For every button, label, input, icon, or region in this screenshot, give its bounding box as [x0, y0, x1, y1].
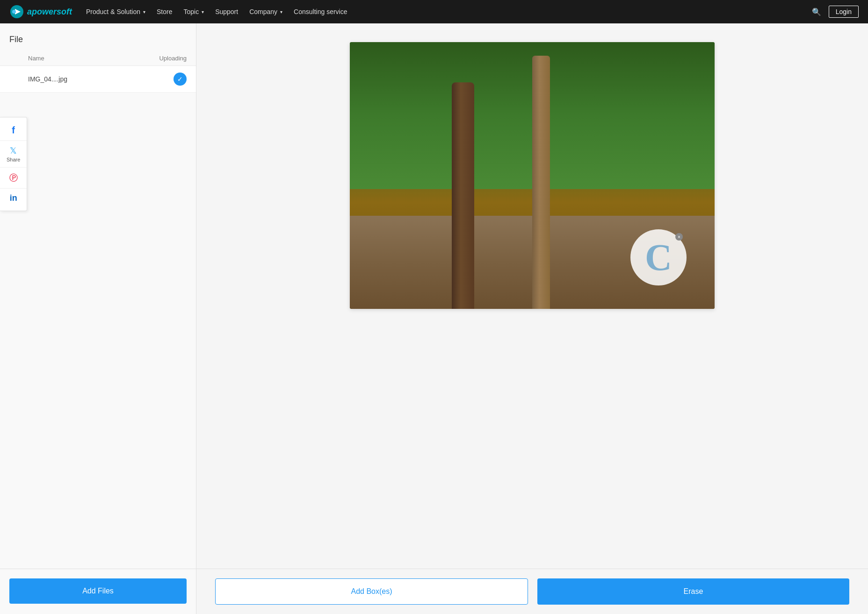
- tree-trunk-1: [452, 82, 474, 309]
- file-name: IMG_04....jpg: [28, 75, 67, 83]
- svg-point-2: [12, 10, 16, 14]
- watermark-overlay[interactable]: C ×: [630, 229, 687, 285]
- watermark-letter: C: [645, 239, 672, 276]
- nav-item-consulting[interactable]: Consulting service: [294, 8, 347, 15]
- logo-text: apowersoft: [27, 7, 72, 17]
- facebook-share-button[interactable]: f: [0, 120, 27, 141]
- tree-trunk-2: [532, 56, 550, 309]
- add-files-section: Add Files: [0, 569, 196, 614]
- pinterest-icon: Ⓟ: [9, 172, 18, 183]
- logo-link[interactable]: apowersoft: [9, 4, 72, 19]
- upload-status-check: ✓: [174, 73, 187, 86]
- nav-item-topic[interactable]: Topic ▾: [183, 8, 204, 15]
- nav-items: Product & Solution ▾ Store Topic ▾ Suppo…: [86, 8, 798, 15]
- pinterest-share-button[interactable]: Ⓟ: [0, 168, 27, 189]
- sidebar-title: File: [0, 23, 196, 50]
- facebook-icon: f: [12, 125, 15, 136]
- share-label: Share: [7, 157, 20, 162]
- image-container: C ×: [350, 42, 715, 309]
- chevron-down-icon-topic: ▾: [202, 9, 204, 15]
- nav-item-support[interactable]: Support: [215, 8, 238, 15]
- erase-button[interactable]: Erase: [537, 578, 849, 605]
- col-name: Name: [28, 55, 44, 62]
- bottom-btn-group: Add Box(es) Erase: [196, 569, 868, 614]
- chevron-down-icon-company: ▾: [280, 9, 282, 15]
- content-area: C ×: [196, 23, 868, 614]
- file-table-header: Name Uploading: [0, 50, 196, 66]
- chevron-down-icon: ▾: [143, 9, 145, 15]
- peacock-image: C ×: [350, 42, 715, 309]
- col-uploading: Uploading: [159, 55, 187, 62]
- social-share-panel: f 𝕏 Share Ⓟ in: [0, 117, 27, 211]
- navbar: apowersoft Product & Solution ▾ Store To…: [0, 0, 868, 23]
- linkedin-icon: in: [10, 193, 17, 203]
- linkedin-share-button[interactable]: in: [0, 189, 27, 208]
- nav-item-store[interactable]: Store: [157, 8, 172, 15]
- nav-item-company[interactable]: Company ▾: [249, 8, 282, 15]
- nav-item-product[interactable]: Product & Solution ▾: [86, 8, 145, 15]
- add-files-button[interactable]: Add Files: [9, 578, 187, 604]
- file-row[interactable]: IMG_04....jpg ✓: [0, 66, 196, 93]
- main-wrapper: File f 𝕏 Share Ⓟ in Name Uploading IMG_0…: [0, 23, 868, 614]
- twitter-icon: 𝕏: [10, 146, 17, 156]
- nav-right: 🔍 Login: [812, 6, 859, 18]
- bottom-toolbar: Add Files Add Box(es) Erase: [0, 569, 868, 614]
- twitter-share-button[interactable]: 𝕏 Share: [0, 141, 27, 168]
- sidebar: File f 𝕏 Share Ⓟ in Name Uploading IMG_0…: [0, 23, 196, 614]
- add-box-button[interactable]: Add Box(es): [215, 578, 528, 605]
- watermark-close-button[interactable]: ×: [675, 233, 683, 241]
- login-button[interactable]: Login: [829, 6, 859, 18]
- search-button[interactable]: 🔍: [812, 7, 821, 16]
